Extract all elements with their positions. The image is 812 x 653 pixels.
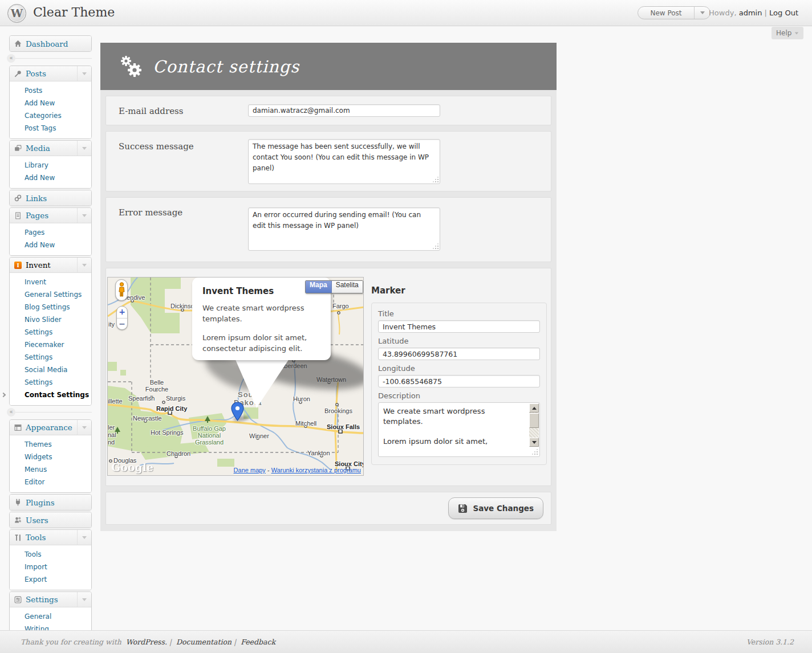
feedback-link[interactable]: Feedback — [241, 638, 275, 646]
zoom-in-button[interactable]: + — [117, 307, 127, 318]
sidebar-item-dashboard[interactable]: Dashboard — [10, 36, 91, 51]
logout-link[interactable]: Log Out — [769, 9, 798, 17]
new-post-label: New Post — [638, 9, 694, 17]
sidebar-item-invent-invent[interactable]: Invent — [10, 276, 91, 288]
section-toggle[interactable] — [77, 258, 91, 272]
sidebar-item-categories[interactable]: Categories — [10, 109, 91, 122]
resize-grip-icon[interactable] — [432, 176, 439, 182]
email-label: E-mail address — [119, 106, 183, 116]
pegman-icon — [118, 282, 125, 298]
sidebar-item-general-settings[interactable]: General Settings — [10, 288, 91, 301]
sidebar-item-settings-general[interactable]: General — [10, 610, 91, 623]
sidebar-item-pages[interactable]: Pages — [10, 208, 91, 223]
sidebar-section-dashboard: Dashboard — [9, 35, 92, 52]
map-button[interactable]: Mapa — [306, 281, 332, 293]
section-toggle[interactable] — [77, 141, 91, 156]
sidebar-item-library[interactable]: Library — [10, 159, 91, 172]
description-scrollbar[interactable] — [529, 403, 539, 447]
sidebar-item-posts[interactable]: Posts — [10, 66, 91, 81]
error-message-textarea[interactable]: An error occurred during sending email! … — [248, 207, 440, 251]
arrow-down-icon — [532, 441, 537, 444]
marker-longitude-input[interactable] — [378, 375, 540, 387]
sidebar-item-pages-add-new[interactable]: Add New — [10, 239, 91, 251]
wordpress-logo-icon[interactable]: W — [7, 4, 26, 23]
sidebar-item-social-media-settings[interactable]: Social Media Settings — [10, 364, 91, 389]
section-toggle[interactable] — [77, 420, 91, 435]
users-icon-item[interactable]: Users — [10, 512, 91, 528]
resize-grip-icon[interactable] — [432, 243, 439, 249]
bubble-text: Lorem ipsum dolor sit amet, consectetur … — [202, 333, 318, 354]
sidebar-item-blog-settings[interactable]: Blog Settings — [10, 301, 91, 313]
sidebar-item-tools-tools[interactable]: Tools — [10, 548, 91, 561]
dashboard-icon — [14, 40, 22, 48]
resize-grip-icon[interactable] — [531, 448, 538, 455]
sidebar-item-appearance[interactable]: Appearance — [10, 420, 91, 435]
marker-latitude-label: Latitude — [378, 337, 540, 345]
satellite-button[interactable]: Satelita — [332, 281, 363, 293]
sidebar-separator: « — [9, 54, 92, 62]
section-toggle[interactable] — [77, 530, 91, 545]
sidebar-item-menus[interactable]: Menus — [10, 463, 91, 476]
sidebar-item-settings[interactable]: Settings — [10, 592, 91, 607]
help-tab[interactable]: Help — [772, 27, 803, 39]
map-section: Glendive Dickinso Fargo ity Aberdeen Wat… — [105, 268, 551, 486]
new-post-button[interactable]: New Post — [638, 6, 710, 19]
chevron-down-icon — [795, 32, 798, 34]
username-link[interactable]: admin — [739, 9, 762, 17]
section-toggle[interactable] — [77, 66, 91, 81]
scroll-down-button[interactable] — [529, 438, 539, 447]
google-logo[interactable]: Google — [111, 461, 153, 474]
map-data-link[interactable]: Dane mapy — [234, 467, 266, 474]
page-title: Contact settings — [153, 57, 299, 76]
zoom-out-button[interactable]: − — [117, 318, 127, 329]
sidebar-item-import[interactable]: Import — [10, 561, 91, 573]
map-marker-pin[interactable] — [231, 402, 244, 421]
new-post-dropdown[interactable] — [694, 7, 710, 19]
link-icon — [14, 194, 22, 202]
collapse-sidebar-icon[interactable]: « — [7, 54, 15, 63]
sidebar-item-widgets[interactable]: Widgets — [10, 451, 91, 463]
sidebar-item-export[interactable]: Export — [10, 573, 91, 586]
street-view-pegman[interactable] — [115, 279, 128, 301]
sidebar-item-themes[interactable]: Themes — [10, 438, 91, 451]
email-input[interactable] — [248, 104, 440, 117]
separator: | — [234, 638, 236, 646]
sidebar-item-invent[interactable]: I Invent — [10, 258, 91, 273]
scroll-thumb[interactable] — [529, 413, 539, 428]
terms-link[interactable]: Warunki korzystania z programu — [271, 467, 361, 474]
marker-title-input[interactable] — [378, 320, 540, 333]
marker-description-textarea[interactable]: We create smart wordpress templates. Lor… — [378, 402, 540, 457]
sidebar-section-users: Users — [9, 512, 92, 528]
sidebar-item-post-tags[interactable]: Post Tags — [10, 122, 91, 134]
chevron-down-icon — [82, 426, 87, 429]
wordpress-link[interactable]: WordPress. — [126, 638, 167, 646]
sidebar-item-links[interactable]: Links — [10, 190, 91, 206]
section-toggle[interactable] — [77, 208, 91, 223]
site-title[interactable]: Clear Theme — [33, 5, 115, 19]
media-icon — [14, 144, 22, 152]
sidebar-item-media-add-new[interactable]: Add New — [10, 172, 91, 184]
collapse-sidebar-icon[interactable]: « — [7, 408, 15, 417]
section-toggle[interactable] — [77, 592, 91, 607]
sidebar-item-pages-pages[interactable]: Pages — [10, 226, 91, 239]
google-map[interactable]: Glendive Dickinso Fargo ity Aberdeen Wat… — [107, 277, 364, 476]
sidebar-item-tools[interactable]: Tools — [10, 530, 91, 545]
save-button[interactable]: Save Changes — [448, 497, 543, 519]
scroll-up-button[interactable] — [529, 403, 539, 413]
sidebar-item-piecemaker-settings[interactable]: Piecemaker Settings — [10, 338, 91, 364]
sidebar-item-nivo-slider-settings[interactable]: Nivo Slider Settings — [10, 313, 91, 338]
wordpress-admin-screen: W Clear Theme New Post Howdy, admin | Lo… — [0, 0, 812, 653]
success-message-textarea[interactable]: The message has been sent successfully, … — [248, 139, 440, 184]
sidebar-item-posts-posts[interactable]: Posts — [10, 84, 91, 97]
sidebar-item-editor[interactable]: Editor — [10, 476, 91, 488]
chevron-down-icon — [82, 214, 87, 217]
sidebar-item-plugins[interactable]: Plugins — [10, 495, 91, 510]
documentation-link[interactable]: Documentation — [176, 638, 232, 646]
marker-fields: Title Latitude Longitude Description We … — [371, 303, 547, 465]
bubble-text: We create smart wordpress templates. — [202, 303, 318, 325]
sidebar-item-contact-settings[interactable]: Contact Settings — [10, 389, 91, 401]
chevron-down-icon — [82, 147, 87, 150]
sidebar-item-media[interactable]: Media — [10, 141, 91, 156]
marker-latitude-input[interactable] — [378, 348, 540, 360]
sidebar-item-posts-add-new[interactable]: Add New — [10, 97, 91, 109]
